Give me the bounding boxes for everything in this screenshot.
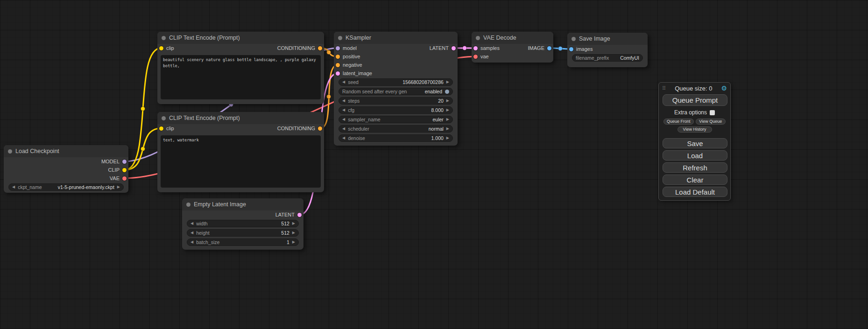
graph-canvas[interactable]: Load Checkpoint MODEL CLIP VAE ◀ ckpt_na…: [0, 0, 868, 329]
decrement-arrow-icon[interactable]: ◀: [191, 222, 193, 225]
model-input[interactable]: model: [334, 45, 357, 51]
clip-output-port[interactable]: [122, 168, 127, 172]
node-titlebar[interactable]: VAE Decode: [472, 32, 553, 44]
increment-arrow-icon[interactable]: ▶: [117, 185, 120, 189]
collapse-dot-icon[interactable]: [162, 116, 166, 120]
prompt-textarea[interactable]: text, watermark: [161, 135, 321, 188]
node-empty-latent-image[interactable]: Empty Latent Image LATENT ◀ width 512 ▶ …: [182, 198, 303, 250]
extra-options-checkbox[interactable]: [710, 110, 715, 115]
node-titlebar[interactable]: Empty Latent Image: [182, 198, 303, 210]
height-widget[interactable]: ◀ height 512 ▶: [187, 229, 299, 237]
clip-input[interactable]: clip: [157, 126, 174, 131]
decrement-arrow-icon[interactable]: ◀: [342, 80, 345, 84]
node-titlebar[interactable]: Load Checkpoint: [4, 145, 128, 157]
node-load-checkpoint[interactable]: Load Checkpoint MODEL CLIP VAE ◀ ckpt_na…: [4, 145, 128, 193]
node-vae-decode[interactable]: VAE Decode samples IMAGE vae: [472, 32, 553, 63]
positive-input[interactable]: positive: [334, 54, 360, 59]
images-input[interactable]: images: [567, 46, 593, 52]
load-default-button[interactable]: Load Default: [663, 187, 727, 197]
samples-input-port[interactable]: [473, 46, 478, 50]
comfy-menu-panel[interactable]: ⠿ Queue size: 0 ⚙ Queue Prompt Extra opt…: [658, 82, 731, 201]
seed-widget[interactable]: ◀ seed 156680208700286 ▶: [339, 78, 453, 86]
random-seed-toggle-widget[interactable]: Random seed after every gen enabled: [339, 88, 453, 95]
sampler-name-widget[interactable]: ◀ sampler_name euler ▶: [339, 116, 453, 123]
increment-arrow-icon[interactable]: ▶: [292, 240, 295, 244]
collapse-dot-icon[interactable]: [572, 37, 576, 41]
view-queue-button[interactable]: View Queue: [696, 119, 726, 125]
increment-arrow-icon[interactable]: ▶: [446, 136, 449, 140]
collapse-dot-icon[interactable]: [186, 203, 191, 207]
node-titlebar[interactable]: KSampler: [334, 32, 458, 44]
clip-input-port[interactable]: [159, 46, 163, 50]
node-clip-text-encode-negative[interactable]: CLIP Text Encode (Prompt) clip CONDITION…: [157, 112, 324, 192]
conditioning-output[interactable]: CONDITIONING: [277, 126, 324, 131]
model-input-port[interactable]: [336, 46, 340, 50]
scheduler-widget[interactable]: ◀ scheduler normal ▶: [339, 125, 453, 133]
increment-arrow-icon[interactable]: ▶: [292, 222, 295, 225]
decrement-arrow-icon[interactable]: ◀: [342, 118, 345, 121]
increment-arrow-icon[interactable]: ▶: [446, 99, 449, 103]
ckpt-name-widget[interactable]: ◀ ckpt_name v1-5-pruned-emaonly.ckpt ▶: [8, 183, 124, 191]
latent-output-port[interactable]: [452, 46, 456, 50]
vae-output[interactable]: VAE: [110, 175, 128, 181]
refresh-button[interactable]: Refresh: [663, 162, 727, 173]
decrement-arrow-icon[interactable]: ◀: [342, 136, 345, 140]
prompt-textarea[interactable]: beautiful scenery nature glass bottle la…: [161, 55, 321, 99]
load-button[interactable]: Load: [663, 150, 727, 161]
width-widget[interactable]: ◀ width 512 ▶: [187, 220, 299, 227]
filename-prefix-widget[interactable]: filename_prefix ComfyUI: [572, 54, 643, 62]
image-output-port[interactable]: [547, 46, 551, 50]
batch-size-widget[interactable]: ◀ batch_size 1 ▶: [187, 238, 299, 246]
decrement-arrow-icon[interactable]: ◀: [191, 240, 193, 244]
node-clip-text-encode-positive[interactable]: CLIP Text Encode (Prompt) clip CONDITION…: [157, 32, 324, 104]
decrement-arrow-icon[interactable]: ◀: [342, 127, 345, 131]
latent-image-input-port[interactable]: [336, 71, 340, 76]
conditioning-output-port[interactable]: [318, 46, 322, 50]
decrement-arrow-icon[interactable]: ◀: [342, 108, 345, 112]
increment-arrow-icon[interactable]: ▶: [446, 80, 449, 84]
decrement-arrow-icon[interactable]: ◀: [12, 185, 15, 189]
conditioning-output[interactable]: CONDITIONING: [277, 45, 324, 51]
latent-output[interactable]: LATENT: [275, 212, 303, 217]
increment-arrow-icon[interactable]: ▶: [292, 231, 295, 235]
node-ksampler[interactable]: KSampler model LATENT positive negative: [334, 32, 458, 146]
vae-input[interactable]: vae: [472, 54, 489, 59]
model-output-port[interactable]: [122, 160, 127, 164]
decrement-arrow-icon[interactable]: ◀: [191, 231, 193, 235]
steps-widget[interactable]: ◀ steps 20 ▶: [339, 97, 453, 105]
images-input-port[interactable]: [569, 47, 573, 51]
collapse-dot-icon[interactable]: [338, 36, 342, 40]
decrement-arrow-icon[interactable]: ◀: [342, 99, 345, 103]
node-save-image[interactable]: Save Image images filename_prefix ComfyU…: [567, 33, 648, 67]
vae-output-port[interactable]: [122, 176, 127, 181]
save-button[interactable]: Save: [663, 138, 727, 148]
model-output[interactable]: MODEL: [101, 159, 128, 164]
node-titlebar[interactable]: CLIP Text Encode (Prompt): [157, 32, 324, 44]
samples-input[interactable]: samples: [472, 45, 500, 51]
clip-output[interactable]: CLIP: [108, 167, 128, 173]
drag-handle-icon[interactable]: ⠿: [662, 85, 666, 91]
collapse-dot-icon[interactable]: [162, 36, 166, 40]
toggle-knob-icon[interactable]: [445, 90, 449, 94]
vae-input-port[interactable]: [473, 55, 478, 59]
cfg-widget[interactable]: ◀ cfg 8.000 ▶: [339, 106, 453, 114]
view-history-button[interactable]: View History: [677, 126, 712, 133]
clip-input[interactable]: clip: [157, 45, 174, 51]
latent-image-input[interactable]: latent_image: [334, 70, 372, 76]
settings-gear-icon[interactable]: ⚙: [721, 84, 727, 92]
latent-output[interactable]: LATENT: [430, 45, 458, 51]
queue-prompt-button[interactable]: Queue Prompt: [663, 94, 727, 106]
collapse-dot-icon[interactable]: [8, 149, 12, 154]
clip-input-port[interactable]: [159, 126, 163, 131]
negative-input[interactable]: negative: [334, 62, 362, 68]
positive-input-port[interactable]: [336, 55, 340, 59]
node-titlebar[interactable]: Save Image: [567, 33, 648, 45]
clear-button[interactable]: Clear: [663, 175, 727, 185]
node-titlebar[interactable]: CLIP Text Encode (Prompt): [157, 112, 324, 124]
increment-arrow-icon[interactable]: ▶: [446, 127, 449, 131]
increment-arrow-icon[interactable]: ▶: [446, 108, 449, 112]
conditioning-output-port[interactable]: [318, 126, 322, 131]
latent-output-port[interactable]: [297, 213, 302, 217]
queue-front-button[interactable]: Queue Front: [663, 119, 694, 125]
collapse-dot-icon[interactable]: [476, 36, 480, 40]
